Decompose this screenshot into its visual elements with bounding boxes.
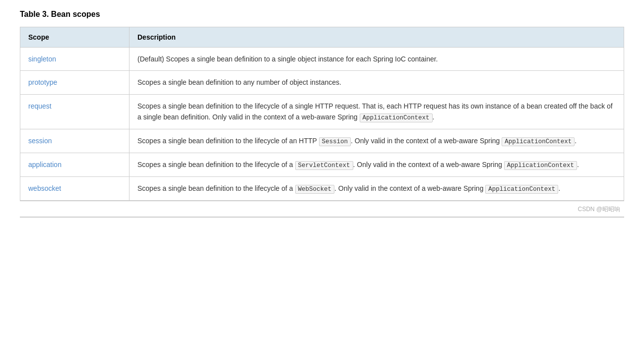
- scope-link[interactable]: application: [28, 161, 62, 169]
- table-row: websocketScopes a single bean definition…: [20, 177, 624, 201]
- inline-code: ServletContext: [295, 161, 353, 170]
- description-cell: Scopes a single bean definition to the l…: [129, 177, 624, 201]
- table-body: singleton(Default) Scopes a single bean …: [20, 48, 624, 201]
- scope-cell: singleton: [20, 48, 129, 71]
- table-title: Table 3. Bean scopes: [20, 10, 624, 19]
- inline-code: Session: [319, 137, 351, 146]
- description-cell: Scopes a single bean definition to the l…: [129, 129, 624, 153]
- description-column-header: Description: [129, 27, 624, 48]
- scope-link[interactable]: websocket: [28, 184, 61, 192]
- inline-code: WebSocket: [295, 185, 335, 194]
- scope-cell: request: [20, 94, 129, 129]
- scope-cell: session: [20, 129, 129, 153]
- table-row: singleton(Default) Scopes a single bean …: [20, 48, 624, 71]
- scope-link[interactable]: prototype: [28, 78, 57, 86]
- table-row: sessionScopes a single bean definition t…: [20, 129, 624, 153]
- scope-cell: application: [20, 153, 129, 177]
- scope-cell: prototype: [20, 71, 129, 94]
- table-row: applicationScopes a single bean definiti…: [20, 153, 624, 177]
- scope-column-header: Scope: [20, 27, 129, 48]
- watermark: CSDN @昭昭响: [20, 205, 624, 214]
- bottom-border: [20, 217, 624, 218]
- table-scroll-area[interactable]: Scope Description singleton(Default) Sco…: [20, 27, 624, 201]
- inline-code: ApplicationContext: [504, 161, 577, 170]
- inline-code: ApplicationContext: [502, 137, 575, 146]
- scope-link[interactable]: session: [28, 137, 52, 145]
- table-header: Scope Description: [20, 27, 624, 48]
- inline-code: ApplicationContext: [360, 113, 433, 122]
- scope-cell: websocket: [20, 177, 129, 201]
- table-row: prototypeScopes a single bean definition…: [20, 71, 624, 94]
- description-cell: Scopes a single bean definition to the l…: [129, 94, 624, 129]
- header-row: Scope Description: [20, 27, 624, 48]
- description-cell: (Default) Scopes a single bean definitio…: [129, 48, 624, 71]
- scope-link[interactable]: singleton: [28, 55, 56, 63]
- bean-scopes-table: Scope Description singleton(Default) Sco…: [20, 27, 624, 201]
- description-cell: Scopes a single bean definition to the l…: [129, 153, 624, 177]
- page-wrapper: Table 3. Bean scopes Scope Description s…: [20, 10, 624, 218]
- table-row: requestScopes a single bean definition t…: [20, 94, 624, 129]
- inline-code: ApplicationContext: [485, 185, 558, 194]
- description-cell: Scopes a single bean definition to any n…: [129, 71, 624, 94]
- scope-link[interactable]: request: [28, 102, 52, 110]
